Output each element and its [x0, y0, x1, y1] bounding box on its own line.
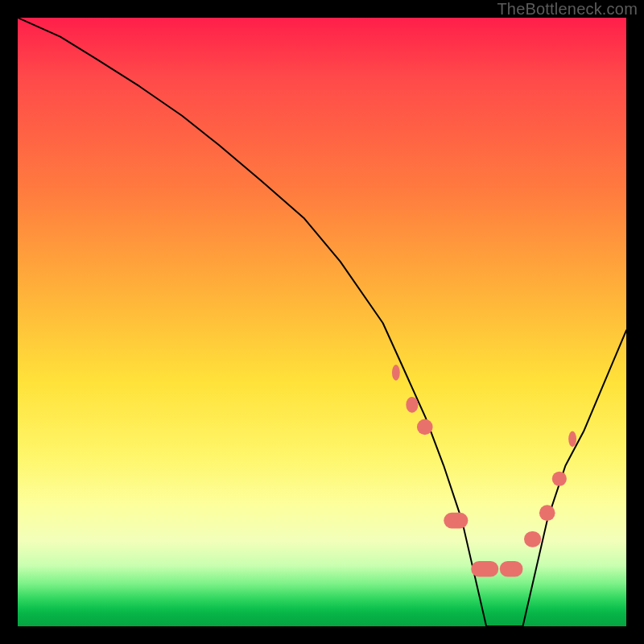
curve-marker-capsule	[500, 561, 523, 577]
curve-marker-dot	[552, 472, 567, 486]
curve-marker-capsule	[568, 431, 576, 448]
plot-area	[18, 18, 626, 626]
curve-marker-capsule	[471, 561, 498, 577]
curve-marker-dot	[539, 505, 555, 521]
curve-marker-capsule	[406, 397, 418, 413]
chart-overlay-svg	[18, 18, 626, 626]
watermark-text: TheBottleneck.com	[497, 0, 638, 19]
curve-marker-capsule	[444, 513, 468, 529]
curve-marker-capsule	[392, 365, 400, 381]
curve-marker-dot	[417, 419, 433, 436]
marker-layer	[392, 365, 576, 577]
chart-stage: TheBottleneck.com	[0, 0, 644, 644]
curve-marker-capsule	[524, 531, 541, 547]
